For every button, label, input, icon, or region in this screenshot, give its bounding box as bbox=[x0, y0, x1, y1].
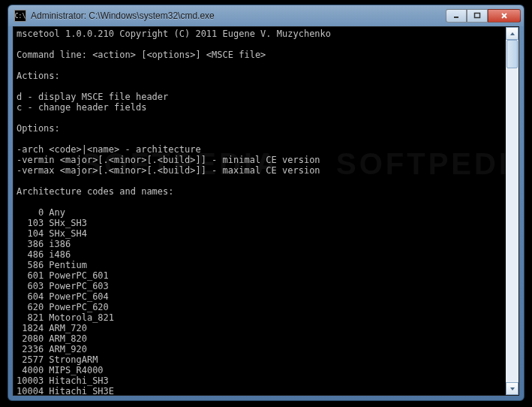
svg-marker-4 bbox=[510, 32, 515, 35]
console-output[interactable]: mscetool 1.0.0.210 Copyright (C) 2011 Eu… bbox=[14, 27, 505, 395]
scroll-track[interactable] bbox=[506, 40, 518, 382]
svg-marker-5 bbox=[510, 387, 515, 390]
scroll-down-button[interactable] bbox=[506, 382, 518, 395]
svg-rect-1 bbox=[475, 14, 480, 18]
window-controls bbox=[446, 9, 521, 23]
cmd-icon: C:\ bbox=[14, 10, 26, 22]
minimize-button[interactable] bbox=[446, 9, 467, 23]
cmd-window: C:\ Administrator: C:\Windows\system32\c… bbox=[8, 5, 524, 401]
vertical-scrollbar[interactable] bbox=[506, 27, 518, 395]
close-button[interactable] bbox=[488, 9, 521, 23]
scroll-thumb[interactable] bbox=[506, 40, 518, 68]
titlebar[interactable]: C:\ Administrator: C:\Windows\system32\c… bbox=[8, 5, 524, 26]
maximize-button[interactable] bbox=[467, 9, 488, 23]
window-title: Administrator: C:\Windows\system32\cmd.e… bbox=[31, 11, 446, 21]
client-area: SOFTPEDIA SOFTPEDIA mscetool 1.0.0.210 C… bbox=[13, 26, 519, 396]
scroll-up-button[interactable] bbox=[506, 27, 518, 40]
